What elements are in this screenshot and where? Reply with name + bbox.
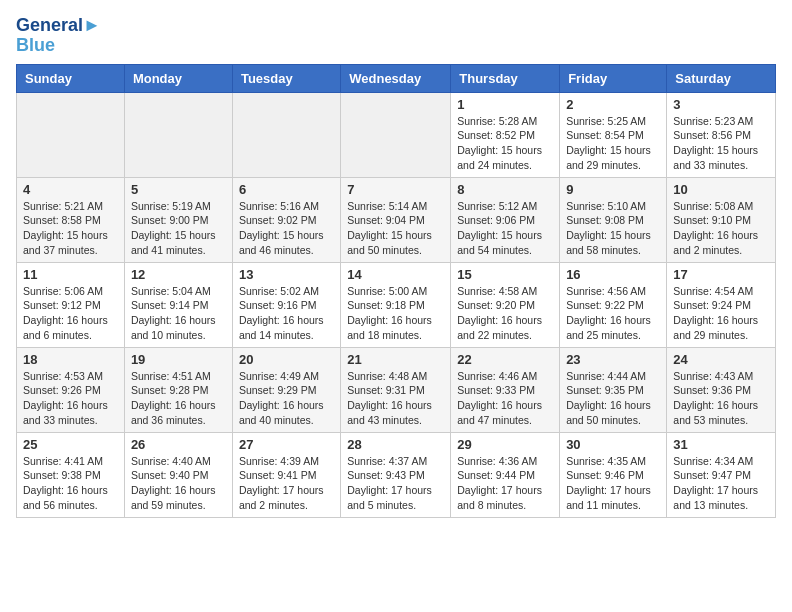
day-info: Sunrise: 5:00 AMSunset: 9:18 PMDaylight:…: [347, 284, 444, 343]
calendar-cell: 28Sunrise: 4:37 AMSunset: 9:43 PMDayligh…: [341, 432, 451, 517]
day-info: Sunrise: 4:43 AMSunset: 9:36 PMDaylight:…: [673, 369, 769, 428]
col-header-monday: Monday: [124, 64, 232, 92]
day-number: 13: [239, 267, 334, 282]
page-header: General► Blue: [16, 16, 776, 56]
day-number: 1: [457, 97, 553, 112]
calendar-cell: 17Sunrise: 4:54 AMSunset: 9:24 PMDayligh…: [667, 262, 776, 347]
day-number: 7: [347, 182, 444, 197]
day-number: 18: [23, 352, 118, 367]
day-info: Sunrise: 5:28 AMSunset: 8:52 PMDaylight:…: [457, 114, 553, 173]
day-info: Sunrise: 5:21 AMSunset: 8:58 PMDaylight:…: [23, 199, 118, 258]
calendar-table: SundayMondayTuesdayWednesdayThursdayFrid…: [16, 64, 776, 518]
day-number: 14: [347, 267, 444, 282]
col-header-wednesday: Wednesday: [341, 64, 451, 92]
col-header-thursday: Thursday: [451, 64, 560, 92]
day-number: 30: [566, 437, 660, 452]
calendar-cell: [232, 92, 340, 177]
day-info: Sunrise: 4:58 AMSunset: 9:20 PMDaylight:…: [457, 284, 553, 343]
day-info: Sunrise: 5:12 AMSunset: 9:06 PMDaylight:…: [457, 199, 553, 258]
day-number: 17: [673, 267, 769, 282]
day-info: Sunrise: 5:04 AMSunset: 9:14 PMDaylight:…: [131, 284, 226, 343]
calendar-cell: 18Sunrise: 4:53 AMSunset: 9:26 PMDayligh…: [17, 347, 125, 432]
calendar-cell: 7Sunrise: 5:14 AMSunset: 9:04 PMDaylight…: [341, 177, 451, 262]
calendar-cell: 9Sunrise: 5:10 AMSunset: 9:08 PMDaylight…: [560, 177, 667, 262]
day-info: Sunrise: 4:41 AMSunset: 9:38 PMDaylight:…: [23, 454, 118, 513]
calendar-cell: 11Sunrise: 5:06 AMSunset: 9:12 PMDayligh…: [17, 262, 125, 347]
day-number: 28: [347, 437, 444, 452]
day-info: Sunrise: 5:19 AMSunset: 9:00 PMDaylight:…: [131, 199, 226, 258]
week-row-1: 1Sunrise: 5:28 AMSunset: 8:52 PMDaylight…: [17, 92, 776, 177]
day-info: Sunrise: 4:34 AMSunset: 9:47 PMDaylight:…: [673, 454, 769, 513]
day-number: 20: [239, 352, 334, 367]
day-info: Sunrise: 4:35 AMSunset: 9:46 PMDaylight:…: [566, 454, 660, 513]
week-row-2: 4Sunrise: 5:21 AMSunset: 8:58 PMDaylight…: [17, 177, 776, 262]
col-header-friday: Friday: [560, 64, 667, 92]
calendar-cell: [124, 92, 232, 177]
day-info: Sunrise: 4:53 AMSunset: 9:26 PMDaylight:…: [23, 369, 118, 428]
calendar-cell: 13Sunrise: 5:02 AMSunset: 9:16 PMDayligh…: [232, 262, 340, 347]
calendar-cell: 3Sunrise: 5:23 AMSunset: 8:56 PMDaylight…: [667, 92, 776, 177]
day-info: Sunrise: 4:48 AMSunset: 9:31 PMDaylight:…: [347, 369, 444, 428]
day-number: 22: [457, 352, 553, 367]
calendar-cell: 8Sunrise: 5:12 AMSunset: 9:06 PMDaylight…: [451, 177, 560, 262]
day-number: 29: [457, 437, 553, 452]
calendar-cell: 1Sunrise: 5:28 AMSunset: 8:52 PMDaylight…: [451, 92, 560, 177]
day-info: Sunrise: 5:14 AMSunset: 9:04 PMDaylight:…: [347, 199, 444, 258]
week-row-4: 18Sunrise: 4:53 AMSunset: 9:26 PMDayligh…: [17, 347, 776, 432]
calendar-cell: 10Sunrise: 5:08 AMSunset: 9:10 PMDayligh…: [667, 177, 776, 262]
day-number: 16: [566, 267, 660, 282]
day-number: 4: [23, 182, 118, 197]
calendar-cell: 16Sunrise: 4:56 AMSunset: 9:22 PMDayligh…: [560, 262, 667, 347]
day-info: Sunrise: 4:37 AMSunset: 9:43 PMDaylight:…: [347, 454, 444, 513]
calendar-cell: 21Sunrise: 4:48 AMSunset: 9:31 PMDayligh…: [341, 347, 451, 432]
day-info: Sunrise: 4:36 AMSunset: 9:44 PMDaylight:…: [457, 454, 553, 513]
calendar-cell: 14Sunrise: 5:00 AMSunset: 9:18 PMDayligh…: [341, 262, 451, 347]
day-number: 12: [131, 267, 226, 282]
calendar-cell: 2Sunrise: 5:25 AMSunset: 8:54 PMDaylight…: [560, 92, 667, 177]
calendar-cell: 4Sunrise: 5:21 AMSunset: 8:58 PMDaylight…: [17, 177, 125, 262]
day-info: Sunrise: 5:23 AMSunset: 8:56 PMDaylight:…: [673, 114, 769, 173]
day-number: 24: [673, 352, 769, 367]
calendar-cell: 27Sunrise: 4:39 AMSunset: 9:41 PMDayligh…: [232, 432, 340, 517]
day-number: 19: [131, 352, 226, 367]
day-number: 25: [23, 437, 118, 452]
calendar-cell: 20Sunrise: 4:49 AMSunset: 9:29 PMDayligh…: [232, 347, 340, 432]
day-info: Sunrise: 4:54 AMSunset: 9:24 PMDaylight:…: [673, 284, 769, 343]
week-row-5: 25Sunrise: 4:41 AMSunset: 9:38 PMDayligh…: [17, 432, 776, 517]
calendar-cell: 31Sunrise: 4:34 AMSunset: 9:47 PMDayligh…: [667, 432, 776, 517]
day-number: 11: [23, 267, 118, 282]
logo-blue: Blue: [16, 36, 101, 56]
day-info: Sunrise: 4:46 AMSunset: 9:33 PMDaylight:…: [457, 369, 553, 428]
calendar-cell: 25Sunrise: 4:41 AMSunset: 9:38 PMDayligh…: [17, 432, 125, 517]
calendar-cell: 26Sunrise: 4:40 AMSunset: 9:40 PMDayligh…: [124, 432, 232, 517]
logo: General► Blue: [16, 16, 101, 56]
day-number: 27: [239, 437, 334, 452]
day-number: 9: [566, 182, 660, 197]
col-header-tuesday: Tuesday: [232, 64, 340, 92]
day-number: 5: [131, 182, 226, 197]
day-number: 3: [673, 97, 769, 112]
day-number: 6: [239, 182, 334, 197]
calendar-cell: 15Sunrise: 4:58 AMSunset: 9:20 PMDayligh…: [451, 262, 560, 347]
calendar-cell: 22Sunrise: 4:46 AMSunset: 9:33 PMDayligh…: [451, 347, 560, 432]
day-info: Sunrise: 5:10 AMSunset: 9:08 PMDaylight:…: [566, 199, 660, 258]
calendar-cell: 12Sunrise: 5:04 AMSunset: 9:14 PMDayligh…: [124, 262, 232, 347]
day-info: Sunrise: 4:49 AMSunset: 9:29 PMDaylight:…: [239, 369, 334, 428]
day-number: 23: [566, 352, 660, 367]
calendar-cell: 23Sunrise: 4:44 AMSunset: 9:35 PMDayligh…: [560, 347, 667, 432]
day-info: Sunrise: 4:56 AMSunset: 9:22 PMDaylight:…: [566, 284, 660, 343]
day-info: Sunrise: 4:51 AMSunset: 9:28 PMDaylight:…: [131, 369, 226, 428]
day-info: Sunrise: 5:25 AMSunset: 8:54 PMDaylight:…: [566, 114, 660, 173]
calendar-cell: 6Sunrise: 5:16 AMSunset: 9:02 PMDaylight…: [232, 177, 340, 262]
logo-text: General►: [16, 16, 101, 36]
col-header-sunday: Sunday: [17, 64, 125, 92]
calendar-cell: [341, 92, 451, 177]
day-info: Sunrise: 5:06 AMSunset: 9:12 PMDaylight:…: [23, 284, 118, 343]
calendar-cell: 19Sunrise: 4:51 AMSunset: 9:28 PMDayligh…: [124, 347, 232, 432]
day-info: Sunrise: 5:16 AMSunset: 9:02 PMDaylight:…: [239, 199, 334, 258]
calendar-cell: 5Sunrise: 5:19 AMSunset: 9:00 PMDaylight…: [124, 177, 232, 262]
day-info: Sunrise: 4:40 AMSunset: 9:40 PMDaylight:…: [131, 454, 226, 513]
day-info: Sunrise: 4:44 AMSunset: 9:35 PMDaylight:…: [566, 369, 660, 428]
day-number: 21: [347, 352, 444, 367]
day-info: Sunrise: 5:08 AMSunset: 9:10 PMDaylight:…: [673, 199, 769, 258]
